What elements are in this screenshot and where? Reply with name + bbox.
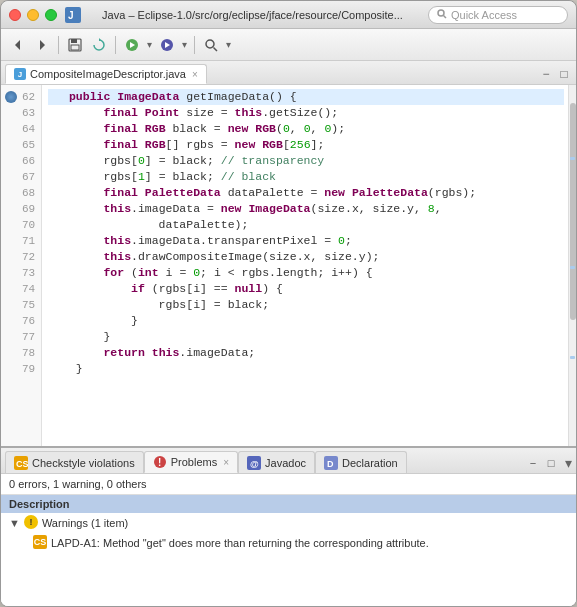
code-line-65: final RGB[] rgbs = new RGB[256]; xyxy=(48,137,564,153)
app-icon: J xyxy=(65,7,81,23)
tab-problems[interactable]: ! Problems × xyxy=(144,451,238,473)
editor-tab-bar: J CompositeImageDescriptor.java × − □ xyxy=(1,61,576,85)
editor-tab-close-icon[interactable]: × xyxy=(192,69,198,80)
search-icon xyxy=(437,9,447,21)
toolbar-search[interactable] xyxy=(200,34,222,56)
svg-text:!: ! xyxy=(158,457,161,468)
code-line-69: this.imageData = new ImageData(size.x, s… xyxy=(48,201,564,217)
checkstyle-tab-icon: CS xyxy=(14,456,28,470)
panel-description-header: Description xyxy=(9,498,70,510)
editor-scrollbar-thumb[interactable] xyxy=(570,103,576,320)
quick-access-label: Quick Access xyxy=(451,9,517,21)
declaration-tab-icon: D xyxy=(324,456,338,470)
scroll-marker-3 xyxy=(570,356,575,359)
main-window: J Java – Eclipse-1.0/src/org/eclipse/jfa… xyxy=(0,0,577,607)
svg-rect-7 xyxy=(71,39,77,43)
panel-status-bar: 0 errors, 1 warning, 0 others xyxy=(1,474,576,495)
close-button[interactable] xyxy=(9,9,21,21)
code-line-67: rgbs[1] = black; // black xyxy=(48,169,564,185)
panel-items-list: ▼ ! Warnings (1 item) CS LAPD-A1: Method… xyxy=(1,513,576,606)
panel-minimize-icon[interactable]: − xyxy=(525,455,541,471)
line-marker-62 xyxy=(5,91,17,103)
code-line-79: } xyxy=(48,361,564,377)
toolbar-separator-2 xyxy=(115,36,116,54)
toolbar-navigate-back[interactable] xyxy=(7,34,29,56)
code-line-71: this.imageData.transparentPixel = 0; xyxy=(48,233,564,249)
editor-maximize-icon[interactable]: □ xyxy=(556,66,572,82)
warning-group-icon: ! xyxy=(24,515,38,529)
tab-checkstyle-label: Checkstyle violations xyxy=(32,457,135,469)
tab-javadoc-label: Javadoc xyxy=(265,457,306,469)
toolbar-separator-1 xyxy=(58,36,59,54)
code-line-73: for (int i = 0; i < rgbs.length; i++) { xyxy=(48,265,564,281)
editor-tab-composite[interactable]: J CompositeImageDescriptor.java × xyxy=(5,64,207,84)
toolbar-save[interactable] xyxy=(64,34,86,56)
toolbar-separator-3 xyxy=(194,36,195,54)
run-dropdown-icon[interactable]: ▾ xyxy=(145,39,154,50)
panel-tab-bar: CS Checkstyle violations ! Problems × xyxy=(1,448,576,474)
problems-tab-icon: ! xyxy=(153,455,167,469)
panel-warnings-group[interactable]: ▼ ! Warnings (1 item) xyxy=(1,513,576,533)
svg-text:D: D xyxy=(327,459,334,469)
tab-declaration[interactable]: D Declaration xyxy=(315,451,407,473)
warning-item-label: LAPD-A1: Method "get" does more than ret… xyxy=(51,535,429,551)
tab-problems-label: Problems xyxy=(171,456,217,468)
traffic-lights xyxy=(9,9,57,21)
editor-scrollbar[interactable] xyxy=(568,85,576,446)
expand-warnings-icon[interactable]: ▼ xyxy=(9,515,20,531)
scroll-marker-2 xyxy=(570,266,575,269)
code-line-64: final RGB black = new RGB(0, 0, 0); xyxy=(48,121,564,137)
title-bar: J Java – Eclipse-1.0/src/org/eclipse/jfa… xyxy=(1,1,576,29)
tab-problems-close-icon[interactable]: × xyxy=(223,457,229,468)
toolbar-navigate-forward[interactable] xyxy=(31,34,53,56)
panel-table-header: Description xyxy=(1,495,576,513)
checkstyle-item-icon: CS xyxy=(33,535,47,549)
svg-text:@: @ xyxy=(250,459,259,469)
code-line-75: rgbs[i] = black; xyxy=(48,297,564,313)
maximize-button[interactable] xyxy=(45,9,57,21)
code-editor[interactable]: 62 63 64 65 66 67 68 69 70 71 72 73 74 7… xyxy=(1,85,576,446)
code-line-66: rgbs[0] = black; // transparency xyxy=(48,153,564,169)
svg-text:CS: CS xyxy=(16,459,28,469)
editor-window-actions: − □ xyxy=(538,66,572,84)
editor-tab-label: CompositeImageDescriptor.java xyxy=(30,68,186,80)
code-line-62: public ImageData getImageData() { xyxy=(48,89,564,105)
debug-dropdown-icon[interactable]: ▾ xyxy=(180,39,189,50)
tab-checkstyle[interactable]: CS Checkstyle violations xyxy=(5,451,144,473)
svg-rect-8 xyxy=(71,45,79,50)
quick-access-bar[interactable]: Quick Access xyxy=(428,6,568,24)
panel-chevron-down-icon[interactable]: ▾ xyxy=(565,455,572,471)
toolbar-run[interactable] xyxy=(121,34,143,56)
toolbar: ▾ ▾ ▾ xyxy=(1,29,576,61)
tab-javadoc[interactable]: @ Javadoc xyxy=(238,451,315,473)
code-line-74: if (rgbs[i] == null) { xyxy=(48,281,564,297)
editor-container: J CompositeImageDescriptor.java × − □ 62… xyxy=(1,61,576,446)
svg-text:J: J xyxy=(68,10,74,21)
scroll-marker-1 xyxy=(570,157,575,160)
minimize-button[interactable] xyxy=(27,9,39,21)
panel-maximize-icon[interactable]: □ xyxy=(543,455,559,471)
editor-minimize-icon[interactable]: − xyxy=(538,66,554,82)
panel-content: 0 errors, 1 warning, 0 others Descriptio… xyxy=(1,474,576,606)
svg-point-14 xyxy=(206,40,214,48)
code-line-77: } xyxy=(48,329,564,345)
svg-line-3 xyxy=(444,15,447,18)
code-line-76: } xyxy=(48,313,564,329)
panel-status-text: 0 errors, 1 warning, 0 others xyxy=(9,478,147,490)
javadoc-tab-icon: @ xyxy=(247,456,261,470)
java-file-icon: J xyxy=(14,68,26,80)
bottom-panel: CS Checkstyle violations ! Problems × xyxy=(1,446,576,606)
window-title: Java – Eclipse-1.0/src/org/eclipse/jface… xyxy=(85,9,420,21)
tab-declaration-label: Declaration xyxy=(342,457,398,469)
svg-line-15 xyxy=(214,47,218,51)
line-numbers: 62 63 64 65 66 67 68 69 70 71 72 73 74 7… xyxy=(1,85,42,446)
code-text: public ImageData getImageData() { final … xyxy=(42,85,568,446)
code-line-78: return this.imageData; xyxy=(48,345,564,361)
toolbar-refresh[interactable] xyxy=(88,34,110,56)
toolbar-debug[interactable] xyxy=(156,34,178,56)
search-dropdown-icon[interactable]: ▾ xyxy=(224,39,233,50)
svg-point-2 xyxy=(438,10,444,16)
panel-warning-item[interactable]: CS LAPD-A1: Method "get" does more than … xyxy=(1,533,576,553)
code-line-72: this.drawCompositeImage(size.x, size.y); xyxy=(48,249,564,265)
svg-marker-5 xyxy=(40,40,45,50)
